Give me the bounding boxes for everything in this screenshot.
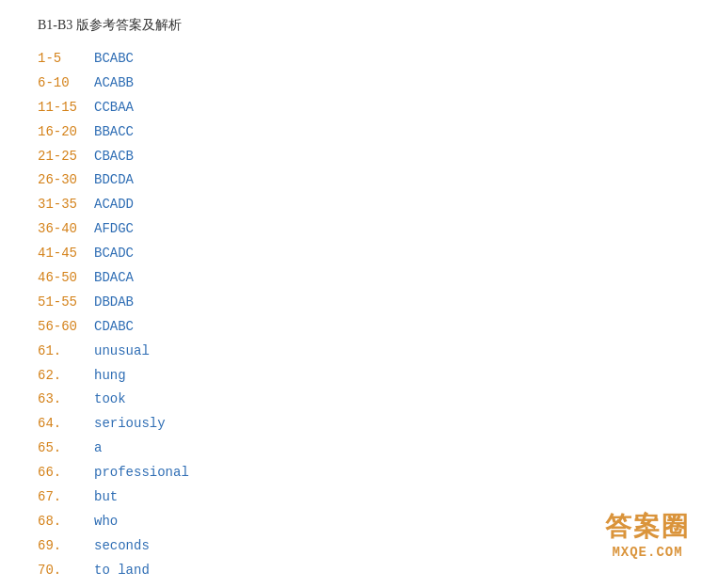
range-label: 41-45 <box>38 242 94 266</box>
fillin-row: 61. unusual <box>38 340 680 364</box>
range-label: 26-30 <box>38 168 94 193</box>
fillin-num: 66. <box>38 461 94 485</box>
range-label: 6-10 <box>38 72 94 96</box>
answer-row: 46-50BDACA <box>38 266 680 291</box>
answer-row: 31-35ACADD <box>38 193 680 217</box>
fillin-num: 65. <box>38 437 94 461</box>
fillin-num: 69. <box>38 534 94 559</box>
answer-row: 56-60CDABC <box>38 315 680 340</box>
answer-value: CDABC <box>94 315 134 340</box>
range-label: 31-35 <box>38 193 94 217</box>
range-label: 46-50 <box>38 266 94 291</box>
fillin-word: a <box>94 437 102 461</box>
fillin-row: 64. seriously <box>38 412 680 437</box>
watermark-line1: 答案圈 <box>605 509 690 545</box>
range-label: 11-15 <box>38 96 94 120</box>
fillin-word: unusual <box>94 340 150 364</box>
fillin-row: 67. but <box>38 485 680 510</box>
fillin-num: 70. <box>38 559 94 583</box>
fillin-row: 66. professional <box>38 461 680 485</box>
answer-row: 26-30BDCDA <box>38 168 680 193</box>
page-title: B1-B3 版参考答案及解析 <box>38 17 680 34</box>
answer-value: AFDGC <box>94 217 134 242</box>
fillin-num: 61. <box>38 340 94 364</box>
range-label: 56-60 <box>38 315 94 340</box>
fillin-row: 65. a <box>38 437 680 461</box>
range-label: 21-25 <box>38 145 94 169</box>
answer-value: BDACA <box>94 266 134 291</box>
fillin-word: seconds <box>94 534 150 559</box>
answer-row: 1-5BCABC <box>38 47 680 72</box>
answer-value: CBACB <box>94 145 134 169</box>
fillin-row: 62. hung <box>38 364 680 389</box>
fillin-num: 68. <box>38 510 94 534</box>
answer-row: 11-15CCBAA <box>38 96 680 120</box>
fillin-word: seriously <box>94 412 166 437</box>
answer-row: 6-10ACABB <box>38 72 680 96</box>
fillin-word: who <box>94 510 118 534</box>
fillin-num: 64. <box>38 412 94 437</box>
answer-value: BDCDA <box>94 168 134 193</box>
answer-value: DBDAB <box>94 291 134 315</box>
main-container: B1-B3 版参考答案及解析 1-5BCABC6-10ACABB11-15CCB… <box>0 0 718 588</box>
answer-value: BCABC <box>94 47 134 72</box>
fillin-word: hung <box>94 364 126 389</box>
answer-value: ACABB <box>94 72 134 96</box>
answer-value: ACADD <box>94 193 134 217</box>
answer-row: 41-45BCADC <box>38 242 680 266</box>
answer-row: 51-55DBDAB <box>38 291 680 315</box>
fillin-row: 68. who <box>38 510 680 534</box>
answer-row: 36-40AFDGC <box>38 217 680 242</box>
answer-row: 16-20BBACC <box>38 120 680 145</box>
answer-value: BCADC <box>94 242 134 266</box>
fillin-word: to land <box>94 559 150 583</box>
fillin-row: 63. took <box>38 388 680 412</box>
answer-value: BBACC <box>94 120 134 145</box>
fillin-num: 63. <box>38 388 94 412</box>
fillin-word: but <box>94 485 118 510</box>
fillin-word: professional <box>94 461 189 485</box>
sections-container: 1-5BCABC6-10ACABB11-15CCBAA16-20BBACC21-… <box>38 47 680 340</box>
fillin-num: 62. <box>38 364 94 389</box>
range-label: 1-5 <box>38 47 94 72</box>
range-label: 36-40 <box>38 217 94 242</box>
fillin-row: 70. to land <box>38 559 680 583</box>
fillin-word: took <box>94 388 126 412</box>
answer-value: CCBAA <box>94 96 134 120</box>
range-label: 51-55 <box>38 291 94 315</box>
range-label: 16-20 <box>38 120 94 145</box>
fillin-num: 67. <box>38 485 94 510</box>
watermark: 答案圈 MXQE.COM <box>605 509 690 560</box>
answer-row: 21-25CBACB <box>38 145 680 169</box>
fillin-row: 69. seconds <box>38 534 680 559</box>
watermark-line2: MXQE.COM <box>612 545 682 560</box>
fillin-container: 61. unusual62. hung63. took64. seriously… <box>38 340 680 583</box>
